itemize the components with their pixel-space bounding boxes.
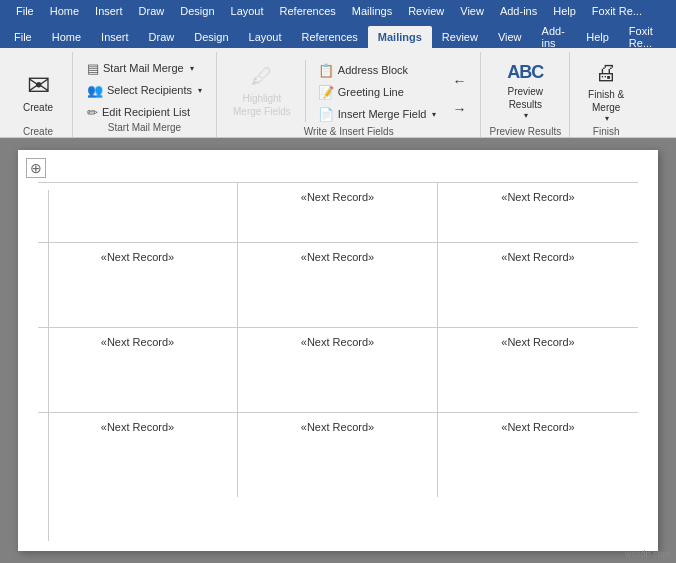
recipients-icon: 👥 bbox=[87, 83, 103, 98]
tab-mailings[interactable]: Mailings bbox=[368, 26, 432, 48]
create-label: Create bbox=[23, 102, 53, 113]
merge-field-3-1: «Next Record» bbox=[101, 336, 174, 348]
ribbon-group-write-insert: 🖊 HighlightMerge Fields 📋 Address Block … bbox=[217, 52, 481, 137]
menu-foxit[interactable]: Foxit Re... bbox=[584, 3, 650, 19]
merge-field-3-2: «Next Record» bbox=[301, 336, 374, 348]
ribbon-tab-bar: File Home Insert Draw Design Layout Refe… bbox=[0, 22, 676, 48]
greeting-line-label: Greeting Line bbox=[338, 86, 404, 98]
doc-cell-2-2: «Next Record» bbox=[238, 243, 438, 327]
menu-insert[interactable]: Insert bbox=[87, 3, 131, 19]
merge-field-2-1: «Next Record» bbox=[101, 251, 174, 263]
start-merge-label: Start Mail Merge bbox=[103, 62, 184, 74]
doc-cell-1-2: «Next Record» bbox=[238, 183, 438, 242]
preview-label: PreviewResults bbox=[508, 85, 544, 111]
tab-file[interactable]: File bbox=[4, 26, 42, 48]
preview-dropdown-icon: ▾ bbox=[524, 111, 528, 120]
finish-label: Finish &Merge bbox=[588, 88, 624, 114]
merge-field-4-3: «Next Record» bbox=[501, 421, 574, 433]
edit-recipient-list-button[interactable]: ✏ Edit Recipient List bbox=[81, 102, 208, 122]
start-merge-dropdown-icon: ▾ bbox=[190, 64, 194, 73]
doc-cell-3-1: «Next Record» bbox=[38, 328, 238, 412]
select-recipients-button[interactable]: 👥 Select Recipients ▾ bbox=[81, 80, 208, 100]
tab-help[interactable]: Help bbox=[576, 26, 619, 48]
highlight-merge-fields-button[interactable]: 🖊 HighlightMerge Fields bbox=[225, 56, 299, 126]
finish-merge-icon: 🖨 bbox=[595, 60, 617, 86]
tab-layout[interactable]: Layout bbox=[239, 26, 292, 48]
start-merge-group-label: Start Mail Merge bbox=[108, 122, 181, 136]
highlight-label: HighlightMerge Fields bbox=[233, 92, 291, 118]
menu-help[interactable]: Help bbox=[545, 3, 584, 19]
ribbon-group-finish: 🖨 Finish &Merge ▾ Finish bbox=[570, 52, 642, 137]
doc-cell-4-3: «Next Record» bbox=[438, 413, 638, 497]
recipients-dropdown-icon: ▾ bbox=[198, 86, 202, 95]
doc-cell-1-1 bbox=[38, 183, 238, 242]
tab-insert[interactable]: Insert bbox=[91, 26, 139, 48]
insert-merge-dropdown-icon: ▾ bbox=[432, 110, 436, 119]
arrow-right-button[interactable]: → bbox=[446, 99, 472, 119]
doc-cell-4-1: «Next Record» bbox=[38, 413, 238, 497]
merge-field-1-3: «Next Record» bbox=[501, 191, 574, 203]
insert-merge-field-button[interactable]: 📄 Insert Merge Field ▾ bbox=[312, 104, 443, 124]
greeting-line-icon: 📝 bbox=[318, 85, 334, 100]
write-insert-group-label: Write & Insert Fields bbox=[304, 126, 394, 140]
menu-view[interactable]: View bbox=[452, 3, 492, 19]
ribbon-group-preview: ABC PreviewResults ▾ Preview Results bbox=[481, 52, 570, 137]
highlight-icon: 🖊 bbox=[251, 64, 273, 90]
edit-recipient-icon: ✏ bbox=[87, 105, 98, 120]
doc-cell-2-3: «Next Record» bbox=[438, 243, 638, 327]
menu-addins[interactable]: Add-ins bbox=[492, 3, 545, 19]
merge-field-3-3: «Next Record» bbox=[501, 336, 574, 348]
document-area: ⊕ «Next Record» «Next Record» «Next Reco… bbox=[0, 138, 676, 563]
create-group-content: ✉ Create bbox=[12, 56, 64, 126]
finish-merge-button[interactable]: 🖨 Finish &Merge ▾ bbox=[578, 56, 634, 126]
tab-draw[interactable]: Draw bbox=[139, 26, 185, 48]
arrow-left-button[interactable]: ← bbox=[446, 71, 472, 91]
tab-review[interactable]: Review bbox=[432, 26, 488, 48]
menu-bar: File Home Insert Draw Design Layout Refe… bbox=[0, 0, 676, 22]
finish-group-label: Finish bbox=[593, 126, 620, 140]
finish-content: 🖨 Finish &Merge ▾ bbox=[578, 56, 634, 126]
move-handle[interactable]: ⊕ bbox=[26, 158, 46, 178]
tab-home[interactable]: Home bbox=[42, 26, 91, 48]
doc-cell-2-1: «Next Record» bbox=[38, 243, 238, 327]
write-insert-content: 🖊 HighlightMerge Fields 📋 Address Block … bbox=[225, 56, 472, 126]
preview-abc-icon: ABC bbox=[507, 62, 543, 83]
tab-view[interactable]: View bbox=[488, 26, 532, 48]
preview-group-label: Preview Results bbox=[489, 126, 561, 140]
ribbon-group-create: ✉ Create Create bbox=[4, 52, 73, 137]
preview-results-button[interactable]: ABC PreviewResults ▾ bbox=[495, 56, 555, 126]
envelope-icon: ✉ bbox=[27, 69, 50, 102]
preview-content: ABC PreviewResults ▾ bbox=[495, 56, 555, 126]
menu-home[interactable]: Home bbox=[42, 3, 87, 19]
menu-references[interactable]: References bbox=[272, 3, 344, 19]
menu-review[interactable]: Review bbox=[400, 3, 452, 19]
merge-field-4-1: «Next Record» bbox=[101, 421, 174, 433]
create-group-label: Create bbox=[23, 126, 53, 140]
doc-cell-4-2: «Next Record» bbox=[238, 413, 438, 497]
insert-merge-icon: 📄 bbox=[318, 107, 334, 122]
tab-design[interactable]: Design bbox=[184, 26, 238, 48]
ribbon: ✉ Create Create ▤ Start Mail Merge ▾ 👥 S… bbox=[0, 48, 676, 138]
doc-row-2: «Next Record» «Next Record» «Next Record… bbox=[38, 242, 638, 327]
menu-file[interactable]: File bbox=[8, 3, 42, 19]
tab-references[interactable]: References bbox=[292, 26, 368, 48]
menu-mailings[interactable]: Mailings bbox=[344, 3, 400, 19]
tab-addins[interactable]: Add-ins bbox=[532, 26, 577, 48]
start-merge-content: ▤ Start Mail Merge ▾ 👥 Select Recipients… bbox=[81, 56, 208, 122]
doc-cell-3-3: «Next Record» bbox=[438, 328, 638, 412]
create-button[interactable]: ✉ Create bbox=[12, 56, 64, 126]
document-page: ⊕ «Next Record» «Next Record» «Next Reco… bbox=[18, 150, 658, 551]
menu-layout[interactable]: Layout bbox=[223, 3, 272, 19]
doc-row-3: «Next Record» «Next Record» «Next Record… bbox=[38, 327, 638, 412]
menu-design[interactable]: Design bbox=[172, 3, 222, 19]
greeting-line-button[interactable]: 📝 Greeting Line bbox=[312, 82, 443, 102]
tab-foxit[interactable]: Foxit Re... bbox=[619, 26, 672, 48]
document-content: «Next Record» «Next Record» «Next Record… bbox=[38, 182, 638, 497]
start-merge-col: ▤ Start Mail Merge ▾ 👥 Select Recipients… bbox=[81, 56, 208, 122]
select-recipients-label: Select Recipients bbox=[107, 84, 192, 96]
start-merge-icon: ▤ bbox=[87, 61, 99, 76]
start-mail-merge-button[interactable]: ▤ Start Mail Merge ▾ bbox=[81, 58, 208, 78]
address-block-button[interactable]: 📋 Address Block bbox=[312, 60, 443, 80]
menu-draw[interactable]: Draw bbox=[131, 3, 173, 19]
ribbon-group-start-merge: ▤ Start Mail Merge ▾ 👥 Select Recipients… bbox=[73, 52, 217, 137]
